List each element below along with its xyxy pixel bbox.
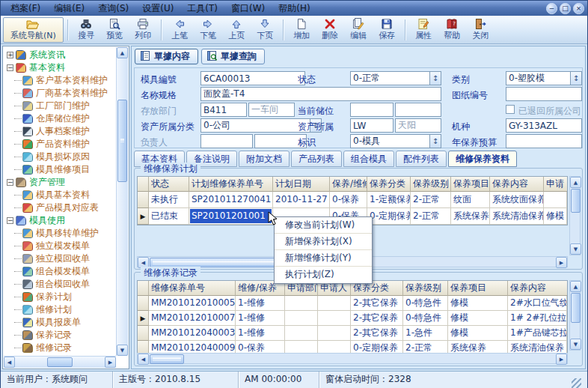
tree-item-6[interactable]: 人事档案维护 [14, 125, 116, 138]
plan-table-vertical-scrollbar[interactable]: ▲▼ [569, 176, 581, 255]
tree-item-12[interactable]: 产品模具对应表 [14, 201, 116, 214]
detail-tab-3[interactable]: 产品列表 [291, 151, 342, 167]
expand-toggle-icon[interactable]: − [7, 217, 13, 224]
scroll-down-icon[interactable]: ▼ [117, 345, 128, 356]
table-cell[interactable]: 1-急件 [403, 326, 448, 341]
column-header[interactable]: 保养内容 [490, 177, 544, 192]
column-header[interactable]: 保养项目 [448, 281, 508, 296]
table-cell[interactable]: 2-其它保养 [351, 311, 403, 326]
sidebar-vertical-scrollbar[interactable]: ▲▼ [116, 47, 128, 356]
column-header[interactable]: 保养分类 [367, 177, 411, 192]
tree-item-7[interactable]: 产品资料维护 [14, 138, 116, 151]
tree-item-4[interactable]: 工厂部门维护 [14, 100, 116, 112]
table-cell[interactable] [285, 296, 318, 311]
table-cell[interactable]: 1# 2#孔位拉 [508, 311, 567, 326]
toolbar-button-2-1[interactable]: 删除 [316, 17, 344, 43]
context-menu-item-3[interactable]: 执行计划(Z) [275, 267, 372, 283]
table-cell[interactable]: 修模 [448, 326, 508, 341]
detail-tab-4[interactable]: 组合模具 [343, 151, 394, 167]
table-cell[interactable]: 2#水口位气纹 [508, 296, 567, 311]
scrollbar-thumb[interactable] [150, 354, 184, 364]
menu-item-4[interactable]: 工具(T) [180, 1, 224, 16]
table-cell[interactable]: 系统保养 [451, 208, 490, 225]
expand-toggle-icon[interactable]: − [7, 64, 13, 71]
view-tab-1[interactable]: 單據查詢 [201, 49, 265, 64]
table-cell[interactable]: 已结束 [149, 208, 189, 225]
tree-item-14[interactable]: 模具移转单维护 [14, 227, 116, 240]
table-cell[interactable]: 2-正常 [411, 192, 451, 208]
tree-item-20[interactable]: 维修计划 [14, 303, 116, 316]
updown-arrows-icon[interactable]: ↕ [429, 72, 441, 85]
row-selector[interactable]: ▶ [138, 208, 149, 225]
mold-no-input[interactable] [200, 71, 305, 85]
scroll-up-icon[interactable]: ▲ [117, 47, 128, 58]
tree-item-8[interactable]: 模具损坏原因 [14, 151, 116, 163]
table-cell[interactable]: MM201012040003 [149, 326, 236, 341]
table-cell[interactable]: 系统清油保养 [490, 208, 544, 225]
table-cell[interactable] [544, 192, 567, 208]
store-dept-name-input[interactable] [248, 103, 295, 117]
scroll-right-icon[interactable]: ▶ [556, 354, 567, 365]
table-cell[interactable]: 系统纹面保养 [490, 192, 544, 208]
detail-tab-6[interactable]: 维修保养资料 [448, 151, 517, 167]
flag-select[interactable]: 0-模具 ↕ [350, 134, 441, 148]
menu-item-3[interactable]: 设置(U) [135, 1, 180, 16]
returned-checkbox[interactable] [506, 105, 515, 114]
menu-item-5[interactable]: 窗口(W) [224, 1, 272, 16]
menu-item-0[interactable]: 档案(F) [4, 1, 47, 16]
scroll-down-icon[interactable]: ▼ [570, 243, 581, 255]
scrollbar-thumb[interactable] [47, 357, 73, 367]
tree-item-23[interactable]: 维修记录 [14, 342, 116, 354]
table-cell[interactable]: 2-正常 [411, 208, 451, 225]
table-cell[interactable]: 1-维修 [236, 311, 285, 326]
column-header[interactable]: 申请 [544, 177, 567, 192]
record-table-horizontal-scrollbar[interactable]: ◀▶ [137, 353, 568, 364]
tree-item-1[interactable]: −基本资料 [5, 61, 116, 74]
scrollbar-thumb[interactable] [571, 293, 581, 323]
minimize-button[interactable]: − [546, 3, 557, 14]
asset-owner-code-input[interactable] [350, 118, 393, 133]
scroll-right-icon[interactable]: ▶ [105, 357, 116, 368]
table-cell[interactable] [318, 296, 351, 311]
tree-item-15[interactable]: 独立模发模单 [14, 240, 116, 252]
context-menu-item-0[interactable]: 修改当前计划(W) [275, 217, 372, 234]
store-dept-code-input[interactable] [200, 103, 247, 117]
scrollbar-thumb[interactable] [117, 100, 127, 182]
table-cell[interactable]: 0-特急件 [403, 311, 448, 326]
column-header[interactable]: 计划日期 [273, 177, 330, 192]
asset-owner-name-input[interactable] [395, 118, 441, 133]
scroll-left-icon[interactable]: ◀ [138, 354, 149, 365]
toolbar-button-3-0[interactable]: 属性 [410, 17, 438, 43]
scroll-left-icon[interactable]: ◀ [4, 357, 15, 368]
detail-tab-5[interactable]: 配件列表 [396, 151, 447, 167]
manager-code-input[interactable] [200, 134, 253, 148]
row-selector-header[interactable] [138, 281, 149, 296]
tree-item-2[interactable]: 客户基本资料维护 [14, 74, 116, 87]
column-header[interactable]: 保养级别 [403, 281, 448, 296]
toolbar-button-1-2[interactable]: 上页 [223, 17, 251, 43]
column-header[interactable]: 保养内容 [508, 281, 567, 296]
row-selector[interactable] [138, 192, 149, 208]
view-tab-0[interactable]: 單據内容 [135, 49, 198, 64]
menu-item-2[interactable]: 查询(S) [91, 1, 135, 16]
drawing-no-input[interactable] [506, 87, 582, 101]
machine-input[interactable] [506, 118, 582, 133]
table-cell[interactable]: 2-其它保养 [351, 296, 403, 311]
table-cell[interactable] [285, 311, 318, 326]
table-cell[interactable]: 修模 [544, 208, 567, 225]
toolbar-button-1-0[interactable]: 上笔 [166, 17, 194, 43]
expand-toggle-icon[interactable]: − [7, 179, 13, 186]
updown-arrows-icon[interactable]: ↕ [429, 135, 441, 148]
restore-button[interactable]: □ [560, 3, 571, 14]
sidebar-horizontal-scrollbar[interactable]: ◀▶ [4, 356, 116, 368]
tree-item-18[interactable]: 组合模回收单 [14, 278, 116, 291]
menu-item-6[interactable]: 帮助(H) [272, 1, 316, 16]
toolbar-button-1-1[interactable]: 下笔 [195, 17, 222, 43]
column-header[interactable]: 保养项目 [451, 177, 490, 192]
tree-item-5[interactable]: 仓库储位维护 [14, 112, 116, 125]
column-header[interactable]: 状态 [149, 177, 189, 192]
toolbar-button-3-1[interactable]: ?帮助 [438, 17, 466, 43]
row-selector[interactable] [138, 296, 149, 311]
scroll-up-icon[interactable]: ▲ [570, 281, 581, 292]
scroll-down-icon[interactable]: ▼ [570, 339, 581, 350]
